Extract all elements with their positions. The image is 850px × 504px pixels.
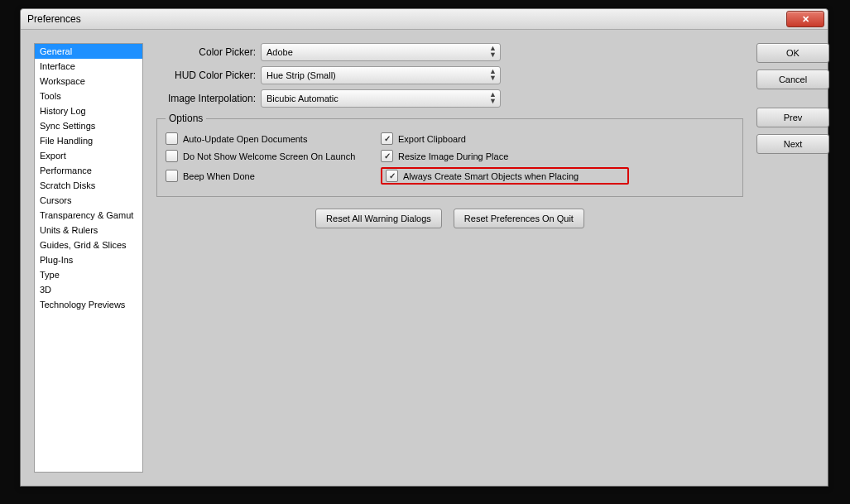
form-label: Color Picker: [156, 46, 256, 58]
preferences-dialog: Preferences ✕ GeneralInterfaceWorkspaceT… [20, 8, 828, 487]
category-sidebar: GeneralInterfaceWorkspaceToolsHistory Lo… [34, 43, 143, 473]
cancel-button[interactable]: Cancel [756, 70, 829, 89]
options-legend: Options [166, 113, 206, 124]
checkbox-export-clipboard[interactable]: Export Clipboard [381, 132, 629, 145]
dialog-body: GeneralInterfaceWorkspaceToolsHistory Lo… [21, 30, 828, 486]
checkbox-label: Export Clipboard [398, 134, 466, 144]
checkbox-label: Auto-Update Open Documents [183, 134, 307, 144]
sidebar-item-performance[interactable]: Performance [35, 163, 142, 178]
checkbox-label: Beep When Done [183, 171, 255, 181]
spacer [756, 96, 814, 101]
checkbox-box [166, 150, 178, 162]
sidebar-item-tools[interactable]: Tools [35, 89, 142, 103]
reset-button-row: Reset All Warning Dialogs Reset Preferen… [156, 209, 743, 228]
sidebar-item-3d[interactable]: 3D [35, 282, 142, 297]
select-value: Hue Strip (Small) [267, 70, 336, 80]
checkbox-beep-when-done[interactable]: Beep When Done [166, 167, 381, 185]
titlebar: Preferences ✕ [21, 9, 828, 30]
select-hud-color-picker[interactable]: Hue Strip (Small)▲▼ [261, 66, 501, 84]
sidebar-item-guides-grid-slices[interactable]: Guides, Grid & Slices [35, 238, 142, 252]
form-row: Color Picker:Adobe▲▼ [156, 43, 743, 61]
sidebar-item-units-rulers[interactable]: Units & Rulers [35, 223, 142, 238]
next-button[interactable]: Next [756, 134, 829, 154]
sidebar-item-scratch-disks[interactable]: Scratch Disks [35, 178, 142, 193]
form-label: Image Interpolation: [156, 93, 256, 104]
checkbox-resize-image-during-place[interactable]: Resize Image During Place [381, 150, 629, 162]
updown-icon: ▲▼ [489, 45, 497, 58]
form-label: HUD Color Picker: [156, 70, 256, 81]
sidebar-item-file-handling[interactable]: File Handling [35, 133, 142, 148]
checkbox-box [381, 132, 393, 145]
checkbox-label: Always Create Smart Objects when Placing [403, 171, 579, 181]
sidebar-item-plug-ins[interactable]: Plug-Ins [35, 252, 142, 267]
sidebar-item-cursors[interactable]: Cursors [35, 193, 142, 208]
select-value: Adobe [267, 47, 293, 57]
sidebar-item-transparency-gamut[interactable]: Transparency & Gamut [35, 208, 142, 223]
form-area: Color Picker:Adobe▲▼HUD Color Picker:Hue… [156, 43, 743, 473]
checkbox-box [166, 132, 178, 145]
form-row: HUD Color Picker:Hue Strip (Small)▲▼ [156, 66, 743, 84]
sidebar-item-interface[interactable]: Interface [35, 59, 142, 74]
sidebar-item-workspace[interactable]: Workspace [35, 74, 142, 89]
checkbox-box [166, 170, 178, 182]
ok-button[interactable]: OK [756, 43, 829, 63]
select-value: Bicubic Automatic [267, 94, 339, 103]
sidebar-item-history-log[interactable]: History Log [35, 103, 142, 118]
sidebar-item-export[interactable]: Export [35, 148, 142, 163]
sidebar-item-general[interactable]: General [35, 44, 142, 59]
select-image-interpolation[interactable]: Bicubic Automatic▲▼ [261, 89, 501, 108]
prev-button[interactable]: Prev [756, 108, 829, 127]
form-row: Image Interpolation:Bicubic Automatic▲▼ [156, 89, 743, 108]
options-group: Options Auto-Update Open DocumentsExport… [156, 113, 743, 197]
updown-icon: ▲▼ [489, 91, 497, 104]
checkbox-box [381, 150, 393, 162]
reset-warning-dialogs-button[interactable]: Reset All Warning Dialogs [315, 209, 442, 228]
checkbox-do-not-show-welcome-screen-on-launch[interactable]: Do Not Show Welcome Screen On Launch [166, 150, 381, 162]
select-color-picker[interactable]: Adobe▲▼ [261, 43, 501, 61]
checkbox-label: Resize Image During Place [398, 151, 508, 161]
close-icon: ✕ [802, 9, 809, 29]
checkbox-always-create-smart-objects-when-placing[interactable]: Always Create Smart Objects when Placing [381, 167, 629, 185]
dialog-action-buttons: OK Cancel Prev Next [756, 43, 814, 473]
updown-icon: ▲▼ [489, 68, 497, 81]
sidebar-item-sync-settings[interactable]: Sync Settings [35, 118, 142, 133]
checkbox-box [386, 170, 398, 182]
sidebar-item-technology-previews[interactable]: Technology Previews [35, 297, 142, 312]
close-button[interactable]: ✕ [786, 11, 824, 27]
checkbox-label: Do Not Show Welcome Screen On Launch [183, 151, 355, 161]
checkbox-auto-update-open-documents[interactable]: Auto-Update Open Documents [166, 132, 381, 145]
reset-preferences-on-quit-button[interactable]: Reset Preferences On Quit [454, 209, 584, 228]
dialog-title: Preferences [27, 9, 81, 29]
sidebar-item-type[interactable]: Type [35, 267, 142, 282]
main-panel: Color Picker:Adobe▲▼HUD Color Picker:Hue… [156, 43, 814, 473]
